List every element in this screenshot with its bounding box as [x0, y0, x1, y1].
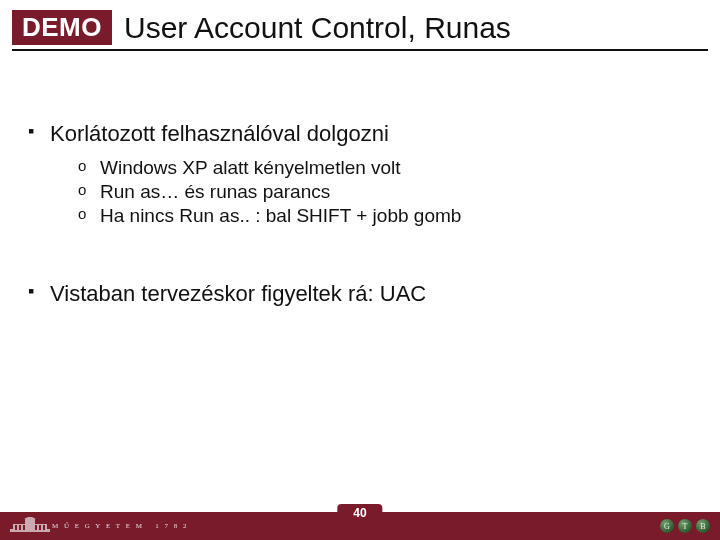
dot-letter: G — [664, 522, 670, 531]
footer-dot-icon: G — [660, 519, 674, 533]
bullet-text: Run as… és runas parancs — [100, 181, 330, 202]
bullet-text: Windows XP alatt kényelmetlen volt — [100, 157, 401, 178]
dot-letter: B — [700, 522, 705, 531]
footer-right: G T B — [660, 519, 710, 533]
sub-bullet-list: Windows XP alatt kényelmetlen volt Run a… — [50, 157, 692, 227]
slide: DEMO User Account Control, Runas Korláto… — [0, 0, 720, 540]
page-number: 40 — [337, 504, 382, 522]
list-item: Windows XP alatt kényelmetlen volt — [72, 157, 692, 179]
building-icon — [10, 517, 50, 535]
list-item: Ha nincs Run as.. : bal SHIFT + jobb gom… — [72, 205, 692, 227]
spacer — [28, 235, 692, 281]
bullet-text: Korlátozott felhasználóval dolgozni — [50, 121, 389, 146]
bullet-text: Ha nincs Run as.. : bal SHIFT + jobb gom… — [100, 205, 461, 226]
demo-badge: DEMO — [12, 10, 112, 45]
slide-title: User Account Control, Runas — [124, 11, 511, 45]
bullet-list: Vistaban tervezéskor figyeltek rá: UAC — [28, 281, 692, 307]
footer-org-text: M Ű E G Y E T E M 1 7 8 2 — [52, 522, 188, 530]
svg-rect-7 — [35, 525, 37, 530]
svg-rect-9 — [43, 525, 45, 530]
slide-footer: M Ű E G Y E T E M 1 7 8 2 40 G T B — [0, 512, 720, 540]
list-item: Vistaban tervezéskor figyeltek rá: UAC — [28, 281, 692, 307]
list-item: Run as… és runas parancs — [72, 181, 692, 203]
svg-rect-5 — [19, 525, 21, 530]
svg-rect-8 — [39, 525, 41, 530]
slide-content: Korlátozott felhasználóval dolgozni Wind… — [0, 51, 720, 512]
dot-letter: T — [683, 522, 688, 531]
bullet-list: Korlátozott felhasználóval dolgozni Wind… — [28, 121, 692, 227]
list-item: Korlátozott felhasználóval dolgozni Wind… — [28, 121, 692, 227]
svg-rect-6 — [23, 525, 25, 530]
svg-marker-3 — [24, 517, 36, 519]
svg-rect-4 — [15, 525, 17, 530]
bullet-text: Vistaban tervezéskor figyeltek rá: UAC — [50, 281, 426, 306]
slide-header: DEMO User Account Control, Runas — [0, 0, 720, 45]
footer-dot-icon: T — [678, 519, 692, 533]
svg-rect-2 — [25, 519, 35, 525]
footer-left: M Ű E G Y E T E M 1 7 8 2 — [10, 517, 188, 535]
footer-dot-icon: B — [696, 519, 710, 533]
